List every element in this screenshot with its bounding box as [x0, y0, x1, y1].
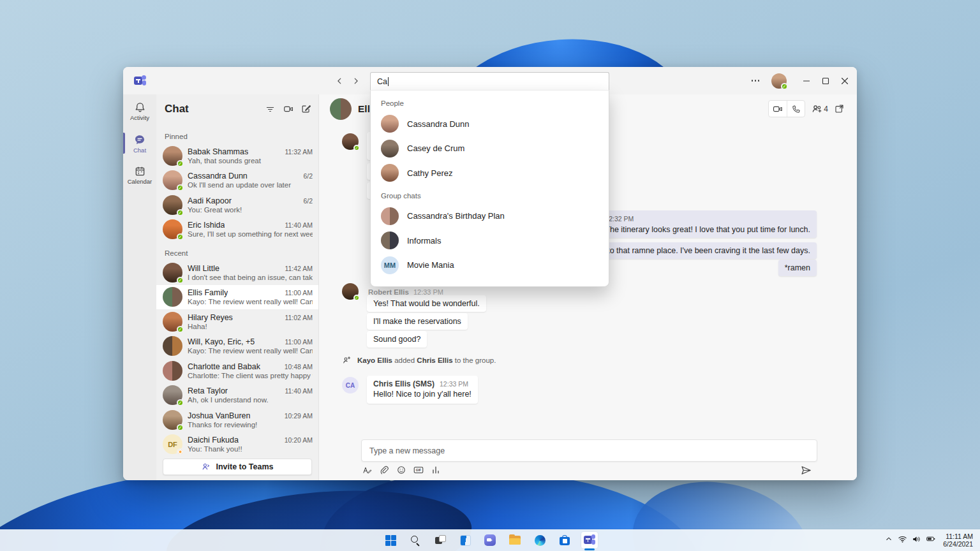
message-input-placeholder: Type a new message — [369, 446, 445, 455]
start-button[interactable] — [382, 532, 399, 548]
gif-icon[interactable]: GIF — [413, 464, 424, 476]
avatar: DF — [163, 434, 182, 454]
forward-icon[interactable] — [350, 75, 362, 87]
search-result-item[interactable]: MMMovie Mania — [371, 253, 609, 278]
chat-list-item[interactable]: ✓Eric Ishida11:40 AMSure, I'll set up so… — [156, 217, 318, 242]
chat-item-preview: Thanks for reviewing! — [188, 421, 313, 429]
rail-label: Activity — [130, 114, 149, 121]
avatar — [381, 140, 399, 158]
emoji-icon[interactable] — [396, 464, 407, 476]
send-icon[interactable] — [799, 463, 813, 477]
more-options-icon[interactable] — [747, 80, 764, 82]
message-bubble[interactable]: Sound good? — [367, 331, 427, 348]
attach-icon[interactable] — [378, 464, 390, 476]
tray-chevron-icon[interactable] — [884, 534, 893, 546]
chat-item-preview: Yah, that sounds great — [188, 157, 313, 165]
desktop: ✓ Activity Chat — [0, 0, 980, 551]
profile-avatar[interactable]: ✓ — [771, 73, 787, 89]
rail-item-activity[interactable]: Activity — [123, 96, 156, 126]
search-result-item[interactable]: Informals — [371, 228, 609, 253]
presence-available-icon: ✓ — [177, 326, 184, 333]
search-input[interactable]: Ca — [370, 72, 609, 90]
format-icon[interactable] — [361, 464, 373, 476]
filter-icon[interactable] — [264, 103, 276, 115]
chat-list-item[interactable]: ✓Will Little11:42 AMI don't see that bei… — [156, 260, 318, 285]
meet-now-icon[interactable] — [282, 103, 294, 115]
chat-taskbar-icon[interactable] — [482, 532, 498, 548]
avatar — [381, 231, 399, 249]
chat-item-time: 11:02 AM — [285, 314, 313, 321]
presence-available-icon: ✓ — [177, 184, 184, 191]
compose-toolbar: GIF — [361, 464, 442, 476]
message-bubble[interactable]: Chris Ellis (SMS)12:33 PM Hello! Nice to… — [367, 376, 478, 404]
teams-taskbar-icon[interactable] — [581, 532, 598, 548]
chat-list-title: Chat — [165, 103, 264, 115]
avatar: MM — [381, 256, 399, 274]
chat-list-item[interactable]: Ellis Family11:00 AMKayo: The review wen… — [156, 285, 318, 310]
minimize-button[interactable] — [797, 67, 816, 94]
rail-item-calendar[interactable]: Calendar — [123, 160, 156, 190]
chat-list-item[interactable]: ✓Cassandra Dunn6/2Ok I'll send an update… — [156, 168, 318, 193]
chat-list-item[interactable]: ✓Aadi Kapoor6/2You: Great work! — [156, 193, 318, 217]
store-icon[interactable] — [556, 532, 573, 548]
poll-icon[interactable] — [430, 464, 442, 476]
battery-icon[interactable] — [926, 534, 936, 547]
search-results-dropdown: People Cassandra DunnCasey de CrumCathy … — [370, 90, 609, 287]
avatar — [381, 164, 399, 182]
task-view-icon[interactable] — [432, 532, 449, 548]
message-bubble-sent[interactable]: *ramen — [778, 260, 817, 276]
widgets-icon[interactable] — [457, 532, 473, 548]
presence-available-icon: ✓ — [177, 233, 184, 240]
presence-available-icon: ✓ — [177, 424, 184, 431]
taskbar-clock[interactable]: 11:11 AM 6/24/2021 — [943, 533, 973, 548]
chat-item-name: Cassandra Dunn — [188, 172, 248, 180]
presence-available-icon: ✓ — [177, 399, 184, 406]
message-input[interactable]: Type a new message — [361, 439, 817, 462]
chat-item-preview: Haha! — [188, 323, 313, 330]
volume-icon[interactable] — [912, 534, 921, 547]
avatar — [163, 336, 182, 356]
chat-item-preview: Kayo: The review went really well! Can't… — [188, 298, 313, 305]
edge-icon[interactable] — [531, 532, 548, 548]
chat-item-name: Hilary Reyes — [188, 313, 233, 322]
search-result-name: Casey de Crum — [407, 143, 464, 153]
message-bubble[interactable]: Yes! That would be wonderful. — [367, 295, 486, 312]
chat-list-item[interactable]: ✓Hilary Reyes11:02 AMHaha! — [156, 309, 318, 334]
chat-list-item[interactable]: Will, Kayo, Eric, +511:00 AMKayo: The re… — [156, 334, 318, 359]
calendar-icon — [134, 165, 146, 177]
avatar: ✓ — [163, 385, 182, 405]
chat-list-item[interactable]: ✓Reta Taylor11:40 AMAh, ok I understand … — [156, 383, 318, 408]
new-chat-icon[interactable] — [300, 103, 312, 115]
search-result-name: Movie Mania — [407, 260, 454, 270]
file-explorer-icon[interactable] — [507, 532, 523, 548]
chat-item-name: Aadi Kapoor — [188, 196, 232, 205]
rail-item-chat[interactable]: Chat — [123, 128, 156, 158]
chat-list-item[interactable]: Charlotte and Babak10:48 AMCharlotte: Th… — [156, 358, 318, 383]
avatar: ✓ — [163, 219, 182, 239]
search-result-item[interactable]: Cathy Perez — [371, 161, 609, 186]
message-bubble-sent[interactable]: 12:32 PM The itinerary looks great! I lo… — [598, 210, 817, 238]
chat-list-item[interactable]: DFDaichi Fukuda10:20 AMYou: Thank you!! — [156, 432, 318, 457]
search-result-item[interactable]: Cassandra's Birthday Plan — [371, 204, 609, 229]
avatar — [163, 361, 182, 381]
chat-item-name: Ellis Family — [188, 288, 228, 297]
avatar: ✓ — [163, 263, 182, 283]
chat-item-name: Eric Ishida — [188, 221, 225, 230]
chat-list-item[interactable]: ✓Joshua VanBuren10:29 AMThanks for revie… — [156, 408, 318, 432]
chat-list-header: Chat — [156, 94, 318, 124]
system-tray: 11:11 AM 6/24/2021 — [884, 529, 980, 551]
search-result-item[interactable]: Cassandra Dunn — [371, 112, 609, 136]
message-bubble[interactable]: I'll make the reservations — [367, 313, 468, 330]
invite-to-teams-button[interactable]: Invite to Teams — [163, 459, 312, 475]
chat-item-name: Daichi Fukuda — [188, 436, 239, 444]
taskbar-search-icon[interactable] — [407, 532, 424, 548]
chat-list-item[interactable]: ✓Babak Shammas11:32 AMYah, that sounds g… — [156, 143, 318, 168]
close-button[interactable] — [835, 67, 854, 94]
back-icon[interactable] — [334, 75, 345, 87]
chat-item-name: Will Little — [188, 264, 219, 273]
chat-item-preview: You: Thank you!! — [188, 445, 313, 453]
search-result-item[interactable]: Casey de Crum — [371, 136, 609, 161]
wifi-icon[interactable] — [898, 534, 907, 547]
rail-label: Calendar — [128, 178, 152, 185]
maximize-button[interactable] — [816, 67, 835, 94]
